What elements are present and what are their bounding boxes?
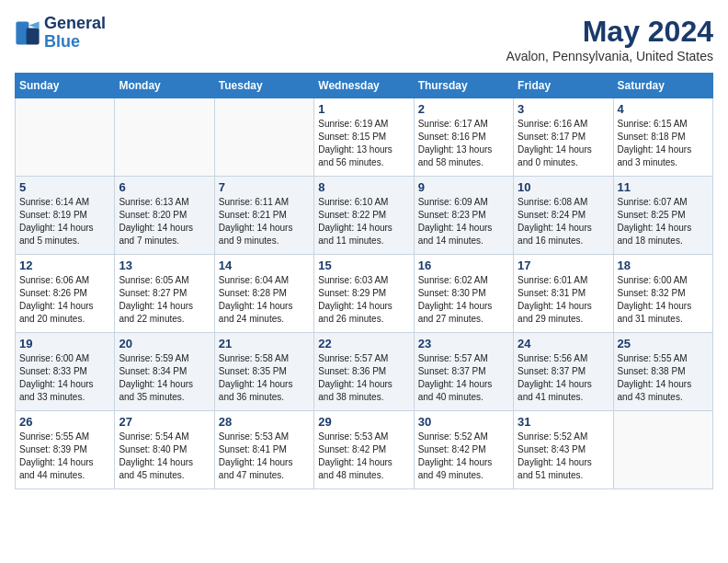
day-info: Sunrise: 6:09 AMSunset: 8:23 PMDaylight:… [418, 196, 509, 247]
calendar-cell [613, 411, 712, 489]
calendar-cell: 4Sunrise: 6:15 AMSunset: 8:18 PMDaylight… [613, 98, 712, 177]
calendar-cell [115, 98, 214, 177]
day-info: Sunrise: 6:19 AMSunset: 8:15 PMDaylight:… [318, 118, 409, 169]
main-title: May 2024 [506, 15, 713, 49]
calendar-cell: 10Sunrise: 6:08 AMSunset: 8:24 PMDayligh… [514, 177, 613, 255]
calendar-row: 19Sunrise: 6:00 AMSunset: 8:33 PMDayligh… [16, 333, 713, 411]
day-info: Sunrise: 5:55 AMSunset: 8:39 PMDaylight:… [19, 431, 110, 482]
calendar-row: 26Sunrise: 5:55 AMSunset: 8:39 PMDayligh… [16, 411, 713, 489]
calendar-cell: 27Sunrise: 5:54 AMSunset: 8:40 PMDayligh… [115, 411, 214, 489]
day-info: Sunrise: 6:17 AMSunset: 8:16 PMDaylight:… [418, 118, 509, 169]
day-number: 7 [219, 180, 310, 194]
calendar-cell: 22Sunrise: 5:57 AMSunset: 8:36 PMDayligh… [314, 333, 414, 411]
title-block: May 2024 Avalon, Pennsylvania, United St… [506, 15, 713, 63]
calendar-cell: 14Sunrise: 6:04 AMSunset: 8:28 PMDayligh… [214, 255, 313, 333]
calendar-cell [214, 98, 313, 177]
day-info: Sunrise: 5:52 AMSunset: 8:43 PMDaylight:… [518, 431, 609, 482]
day-number: 6 [119, 180, 210, 194]
day-info: Sunrise: 6:04 AMSunset: 8:28 PMDaylight:… [219, 274, 310, 326]
page-header: General Blue May 2024 Avalon, Pennsylvan… [15, 15, 713, 63]
day-info: Sunrise: 5:59 AMSunset: 8:34 PMDaylight:… [119, 352, 210, 404]
day-number: 30 [418, 415, 509, 429]
day-number: 12 [19, 259, 110, 272]
day-number: 20 [119, 337, 210, 350]
day-info: Sunrise: 5:53 AMSunset: 8:42 PMDaylight:… [318, 431, 409, 482]
logo-icon [15, 20, 40, 46]
day-info: Sunrise: 6:16 AMSunset: 8:17 PMDaylight:… [518, 118, 609, 169]
day-info: Sunrise: 6:01 AMSunset: 8:31 PMDaylight:… [518, 274, 609, 326]
day-number: 2 [418, 102, 509, 116]
day-number: 22 [318, 337, 409, 350]
calendar-cell: 11Sunrise: 6:07 AMSunset: 8:25 PMDayligh… [613, 177, 712, 255]
calendar-row: 5Sunrise: 6:14 AMSunset: 8:19 PMDaylight… [16, 177, 713, 255]
calendar-cell: 5Sunrise: 6:14 AMSunset: 8:19 PMDaylight… [16, 177, 115, 255]
calendar-row: 12Sunrise: 6:06 AMSunset: 8:26 PMDayligh… [16, 255, 713, 333]
calendar-cell: 3Sunrise: 6:16 AMSunset: 8:17 PMDaylight… [514, 98, 613, 177]
calendar-cell: 30Sunrise: 5:52 AMSunset: 8:42 PMDayligh… [414, 411, 513, 489]
day-info: Sunrise: 5:56 AMSunset: 8:37 PMDaylight:… [518, 352, 609, 404]
calendar-cell: 12Sunrise: 6:06 AMSunset: 8:26 PMDayligh… [16, 255, 115, 333]
day-info: Sunrise: 6:06 AMSunset: 8:26 PMDaylight:… [19, 274, 110, 326]
calendar-table: Sunday Monday Tuesday Wednesday Thursday… [15, 73, 713, 489]
day-number: 21 [219, 337, 310, 350]
day-number: 27 [119, 415, 210, 429]
header-row: Sunday Monday Tuesday Wednesday Thursday… [16, 74, 713, 98]
calendar-cell [16, 98, 115, 177]
calendar-cell: 25Sunrise: 5:55 AMSunset: 8:38 PMDayligh… [613, 333, 712, 411]
day-number: 26 [19, 415, 110, 429]
day-number: 23 [418, 337, 509, 350]
day-info: Sunrise: 6:00 AMSunset: 8:33 PMDaylight:… [19, 352, 110, 404]
day-number: 13 [119, 259, 210, 272]
day-info: Sunrise: 6:03 AMSunset: 8:29 PMDaylight:… [318, 274, 409, 326]
col-saturday: Saturday [613, 74, 712, 98]
day-info: Sunrise: 5:58 AMSunset: 8:35 PMDaylight:… [219, 352, 310, 404]
col-wednesday: Wednesday [314, 74, 414, 98]
calendar-cell: 18Sunrise: 6:00 AMSunset: 8:32 PMDayligh… [613, 255, 712, 333]
day-info: Sunrise: 6:05 AMSunset: 8:27 PMDaylight:… [119, 274, 210, 326]
calendar-cell: 8Sunrise: 6:10 AMSunset: 8:22 PMDaylight… [314, 177, 414, 255]
col-sunday: Sunday [16, 74, 115, 98]
calendar-cell: 15Sunrise: 6:03 AMSunset: 8:29 PMDayligh… [314, 255, 414, 333]
logo: General Blue [15, 15, 106, 52]
day-number: 31 [518, 415, 609, 429]
calendar-cell: 2Sunrise: 6:17 AMSunset: 8:16 PMDaylight… [414, 98, 513, 177]
day-number: 4 [618, 102, 709, 116]
col-tuesday: Tuesday [214, 74, 313, 98]
calendar-cell: 21Sunrise: 5:58 AMSunset: 8:35 PMDayligh… [214, 333, 313, 411]
day-info: Sunrise: 6:13 AMSunset: 8:20 PMDaylight:… [119, 196, 210, 247]
day-info: Sunrise: 5:52 AMSunset: 8:42 PMDaylight:… [418, 431, 509, 482]
day-number: 8 [318, 180, 409, 194]
day-number: 16 [418, 259, 509, 272]
day-number: 17 [518, 259, 609, 272]
day-number: 18 [618, 259, 709, 272]
day-info: Sunrise: 6:08 AMSunset: 8:24 PMDaylight:… [518, 196, 609, 247]
calendar-cell: 26Sunrise: 5:55 AMSunset: 8:39 PMDayligh… [16, 411, 115, 489]
col-monday: Monday [115, 74, 214, 98]
day-number: 29 [318, 415, 409, 429]
calendar-cell: 9Sunrise: 6:09 AMSunset: 8:23 PMDaylight… [414, 177, 513, 255]
calendar-cell: 6Sunrise: 6:13 AMSunset: 8:20 PMDaylight… [115, 177, 214, 255]
calendar-cell: 7Sunrise: 6:11 AMSunset: 8:21 PMDaylight… [214, 177, 313, 255]
col-friday: Friday [514, 74, 613, 98]
logo-text: General Blue [44, 15, 106, 52]
calendar-cell: 19Sunrise: 6:00 AMSunset: 8:33 PMDayligh… [16, 333, 115, 411]
day-info: Sunrise: 6:07 AMSunset: 8:25 PMDaylight:… [618, 196, 709, 247]
day-number: 11 [618, 180, 709, 194]
day-info: Sunrise: 6:11 AMSunset: 8:21 PMDaylight:… [219, 196, 310, 247]
day-number: 1 [318, 102, 409, 116]
calendar-cell: 1Sunrise: 6:19 AMSunset: 8:15 PMDaylight… [314, 98, 414, 177]
col-thursday: Thursday [414, 74, 513, 98]
day-number: 14 [219, 259, 310, 272]
day-number: 19 [19, 337, 110, 350]
calendar-row: 1Sunrise: 6:19 AMSunset: 8:15 PMDaylight… [16, 98, 713, 177]
sub-title: Avalon, Pennsylvania, United States [506, 49, 713, 63]
day-info: Sunrise: 5:54 AMSunset: 8:40 PMDaylight:… [119, 431, 210, 482]
day-number: 25 [618, 337, 709, 350]
day-info: Sunrise: 6:14 AMSunset: 8:19 PMDaylight:… [19, 196, 110, 247]
day-info: Sunrise: 5:57 AMSunset: 8:37 PMDaylight:… [418, 352, 509, 404]
day-number: 15 [318, 259, 409, 272]
calendar-cell: 20Sunrise: 5:59 AMSunset: 8:34 PMDayligh… [115, 333, 214, 411]
day-info: Sunrise: 6:10 AMSunset: 8:22 PMDaylight:… [318, 196, 409, 247]
day-number: 10 [518, 180, 609, 194]
day-info: Sunrise: 5:55 AMSunset: 8:38 PMDaylight:… [618, 352, 709, 404]
